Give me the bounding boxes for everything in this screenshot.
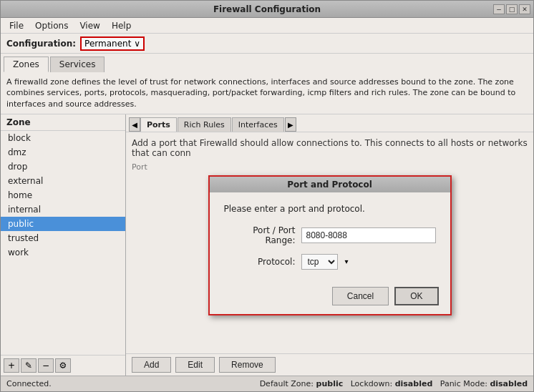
dialog-overlay: Port and Protocol Please enter a port an… — [126, 114, 533, 376]
close-button[interactable]: ✕ — [519, 4, 530, 14]
toolbar: Configuration: Permanent ∨ — [1, 34, 533, 54]
zone-item-external[interactable]: external — [1, 174, 125, 188]
default-zone-value: public — [316, 379, 344, 388]
menu-options[interactable]: Options — [29, 19, 74, 32]
menu-view[interactable]: View — [74, 19, 105, 32]
zone-toolbar: + ✎ − ⚙ — [1, 355, 125, 376]
zone-item-home[interactable]: home — [1, 188, 125, 202]
statusbar: Connected. Default Zone: public Lockdown… — [1, 376, 533, 391]
default-zone-label: Default Zone: — [260, 379, 316, 388]
zone-item-work[interactable]: work — [1, 245, 125, 260]
edit-zone-button[interactable]: ✎ — [21, 358, 37, 373]
menu-file[interactable]: File — [4, 19, 29, 32]
zone-panel: Zone block dmz drop external home intern… — [1, 114, 126, 376]
zone-item-trusted[interactable]: trusted — [1, 231, 125, 245]
window-controls: − □ ✕ — [493, 4, 530, 14]
config-label: Configuration: — [6, 39, 76, 49]
tab-services[interactable]: Services — [50, 57, 105, 72]
dialog-protocol-select[interactable]: tcp udp — [301, 254, 338, 270]
zone-list: block dmz drop external home internal pu… — [1, 131, 125, 355]
minimize-button[interactable]: − — [493, 4, 505, 14]
dialog-title: Port and Protocol — [210, 177, 450, 192]
menu-help[interactable]: Help — [106, 19, 137, 32]
panic-mode-value: disabled — [490, 379, 528, 388]
dialog-ok-button[interactable]: OK — [394, 287, 438, 305]
panic-mode-label: Panic Mode: — [440, 379, 487, 388]
content-area: Zone block dmz drop external home intern… — [1, 114, 533, 376]
main-window: Firewall Configuration − □ ✕ File Option… — [0, 0, 534, 392]
dialog-protocol-row: Protocol: tcp udp ▾ — [224, 254, 436, 270]
dialog-buttons: Cancel OK — [210, 281, 450, 314]
window-title: Firewall Configuration — [213, 4, 321, 14]
add-zone-button[interactable]: + — [4, 358, 19, 373]
zone-item-drop[interactable]: drop — [1, 160, 125, 174]
zone-item-public[interactable]: public — [1, 217, 125, 231]
main-tabs: Zones Services — [1, 54, 533, 72]
port-protocol-dialog: Port and Protocol Please enter a port an… — [208, 175, 452, 315]
zone-item-dmz[interactable]: dmz — [1, 145, 125, 160]
zone-header: Zone — [1, 114, 125, 131]
status-info: Default Zone: public Lockdown: disabled … — [260, 379, 528, 388]
dialog-protocol-label: Protocol: — [224, 257, 296, 267]
menubar: File Options View Help — [1, 18, 533, 34]
dialog-port-row: Port / Port Range: — [224, 225, 436, 245]
tab-zones[interactable]: Zones — [4, 57, 49, 72]
titlebar: Firewall Configuration − □ ✕ — [1, 1, 533, 18]
dialog-port-input[interactable] — [301, 227, 436, 243]
zone-description: A firewalld zone defines the level of tr… — [1, 72, 533, 114]
remove-zone-button[interactable]: − — [38, 358, 54, 373]
config-value: Permanent ∨ — [84, 39, 140, 49]
lockdown-label: Lockdown: — [351, 379, 392, 388]
dialog-cancel-button[interactable]: Cancel — [332, 287, 389, 305]
protocol-dropdown-arrow: ▾ — [345, 258, 349, 265]
zone-item-internal[interactable]: internal — [1, 202, 125, 217]
status-connected: Connected. — [6, 379, 260, 388]
maximize-button[interactable]: □ — [506, 4, 518, 14]
dialog-body: Please enter a port and protocol. Port /… — [210, 192, 450, 281]
dialog-port-label: Port / Port Range: — [224, 225, 296, 245]
zone-item-block[interactable]: block — [1, 131, 125, 145]
lockdown-value: disabled — [395, 379, 433, 388]
right-panel: ◀ Ports Rich Rules Interfaces ▶ Add a po… — [126, 114, 533, 376]
settings-zone-button[interactable]: ⚙ — [55, 358, 71, 373]
dialog-instruction: Please enter a port and protocol. — [224, 204, 436, 214]
configuration-dropdown[interactable]: Permanent ∨ — [80, 36, 145, 51]
